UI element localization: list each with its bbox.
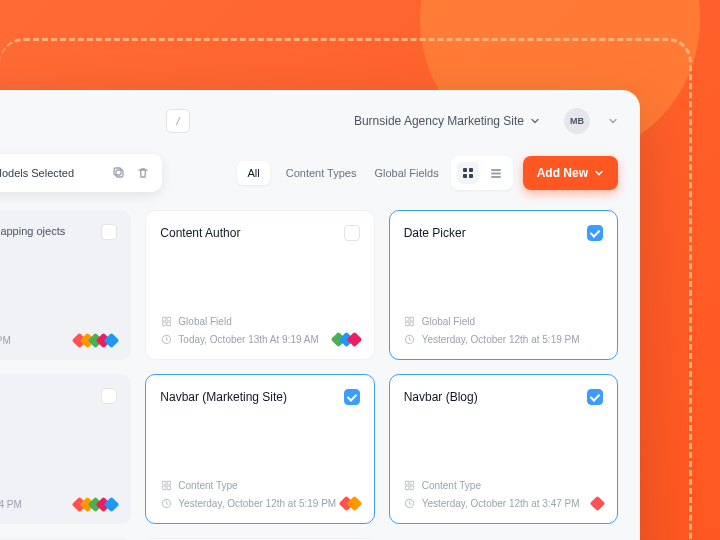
view-toggle (451, 156, 513, 190)
card-tags (336, 334, 360, 345)
card-date: Yesterday, October 12th at 3:47 PM (422, 498, 580, 509)
avatar[interactable]: MB (564, 108, 590, 134)
card-checkbox[interactable] (344, 225, 360, 241)
svg-rect-0 (116, 170, 123, 177)
selection-count: 3 Content Models Selected (0, 167, 102, 179)
svg-rect-28 (406, 485, 410, 489)
svg-rect-4 (463, 174, 467, 178)
svg-rect-3 (469, 168, 473, 172)
svg-rect-29 (410, 485, 414, 489)
content-card[interactable]: Navbar (Blog)Content TypeYesterday, Octo… (389, 374, 618, 524)
content-card[interactable]: ber 12th at 1:14 PM (0, 374, 131, 524)
card-title: Content Author (160, 225, 240, 242)
svg-rect-13 (167, 321, 171, 325)
search-shortcut[interactable]: / (166, 109, 190, 133)
trash-icon[interactable] (136, 166, 150, 180)
card-tags (77, 499, 117, 510)
card-kind: Global Field (422, 316, 475, 327)
filter-tabs: All Content Types Global Fields (237, 161, 440, 185)
card-checkbox[interactable] (101, 388, 117, 404)
svg-rect-6 (491, 169, 501, 171)
site-label: Burnside Agency Marketing Site (354, 114, 524, 128)
topbar: / Burnside Agency Marketing Site MB (0, 108, 618, 134)
card-date: Today, October 13th At 9:19 AM (178, 334, 318, 345)
svg-rect-15 (406, 317, 410, 321)
card-date: Yesterday, October 12th at 5:19 PM (422, 334, 580, 345)
toolbar: 3 Content Models Selected All Content Ty… (0, 154, 618, 192)
content-card[interactable]: Date PickerGlobal FieldYesterday, Octobe… (389, 210, 618, 360)
card-date: 13th At 12:20 PM (0, 335, 11, 346)
card-date: ber 12th at 1:14 PM (0, 499, 22, 510)
site-switcher[interactable]: Burnside Agency Marketing Site (354, 114, 540, 128)
copy-icon[interactable] (112, 166, 126, 180)
svg-rect-10 (162, 317, 166, 321)
content-card[interactable]: ages and text recapping ojects13th At 12… (0, 210, 131, 360)
clock-icon (404, 333, 416, 345)
card-checkbox[interactable] (587, 225, 603, 241)
type-icon (404, 479, 416, 491)
svg-rect-27 (410, 481, 414, 485)
chevron-down-icon (530, 116, 540, 126)
search-wrap: / (0, 109, 190, 133)
tab-all[interactable]: All (237, 161, 269, 185)
svg-rect-8 (491, 176, 501, 178)
grid-view-icon[interactable] (457, 162, 479, 184)
content-card[interactable]: Content AuthorGlobal FieldToday, October… (145, 210, 374, 360)
svg-rect-5 (469, 174, 473, 178)
card-tags (595, 498, 603, 509)
type-icon (404, 315, 416, 327)
svg-rect-21 (162, 481, 166, 485)
svg-rect-24 (167, 485, 171, 489)
svg-rect-22 (167, 481, 171, 485)
card-title: Date Picker (404, 225, 466, 242)
card-title: Navbar (Marketing Site) (160, 389, 287, 406)
card-title: Navbar (Blog) (404, 389, 478, 406)
tag-icon (104, 332, 120, 348)
chevron-down-icon (594, 168, 604, 178)
svg-rect-17 (406, 321, 410, 325)
list-view-icon[interactable] (485, 162, 507, 184)
card-tags (344, 498, 360, 509)
clock-icon (404, 497, 416, 509)
card-date: Yesterday, October 12th at 5:19 PM (178, 498, 336, 509)
clock-icon (160, 333, 172, 345)
svg-rect-26 (406, 481, 410, 485)
svg-rect-7 (491, 173, 501, 175)
type-icon (160, 479, 172, 491)
card-kind: Content Type (422, 480, 481, 491)
card-checkbox[interactable] (344, 389, 360, 405)
tag-icon (104, 496, 120, 512)
svg-rect-12 (162, 321, 166, 325)
content-card[interactable]: Navbar (Marketing Site)Content TypeYeste… (145, 374, 374, 524)
add-new-button[interactable]: Add New (523, 156, 618, 190)
tab-global-fields[interactable]: Global Fields (372, 163, 440, 183)
svg-rect-1 (114, 168, 121, 175)
type-icon (160, 315, 172, 327)
svg-rect-2 (463, 168, 467, 172)
card-checkbox[interactable] (101, 224, 117, 240)
clock-icon (160, 497, 172, 509)
card-kind: Global Field (178, 316, 231, 327)
card-title: ages and text recapping ojects (0, 224, 65, 239)
card-kind: Content Type (178, 480, 237, 491)
svg-rect-11 (167, 317, 171, 321)
svg-rect-23 (162, 485, 166, 489)
card-grid: ages and text recapping ojects13th At 12… (0, 210, 618, 540)
card-checkbox[interactable] (587, 389, 603, 405)
card-tags (77, 335, 117, 346)
chevron-down-icon[interactable] (608, 116, 618, 126)
app-window: / Burnside Agency Marketing Site MB 3 Co… (0, 90, 640, 540)
svg-rect-18 (410, 321, 414, 325)
selection-pill: 3 Content Models Selected (0, 154, 162, 192)
tab-content-types[interactable]: Content Types (284, 163, 359, 183)
svg-rect-16 (410, 317, 414, 321)
tag-icon (590, 495, 606, 511)
